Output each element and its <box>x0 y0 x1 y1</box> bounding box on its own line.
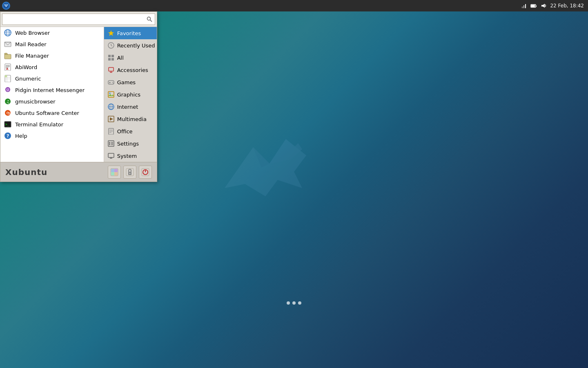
app-item-abiword[interactable]: A AbiWord <box>0 61 104 73</box>
app-name-web-browser: Web Browser <box>15 30 50 36</box>
pidgin-icon <box>4 86 12 94</box>
panel-right: 22 Feb, 18:42 <box>521 2 586 9</box>
menu-content: Web Browser Mail Reader <box>0 27 157 162</box>
app-name-file-manager: File Manager <box>15 53 49 59</box>
category-name-all: All <box>117 55 124 61</box>
xubuntu-logo[interactable] <box>2 1 11 10</box>
svg-rect-73 <box>109 144 110 145</box>
lock-screen-button[interactable] <box>123 166 136 179</box>
category-name-favorites: Favorites <box>117 30 141 36</box>
search-bar <box>0 12 157 27</box>
gmusicbrowser-icon: ♫ <box>4 97 12 105</box>
help-icon: ? <box>4 132 12 140</box>
svg-marker-42 <box>108 30 114 36</box>
gnumeric-icon <box>4 74 12 83</box>
svg-point-10 <box>147 17 151 20</box>
games-icon <box>107 79 115 86</box>
category-item-internet[interactable]: Internet <box>104 101 157 113</box>
svg-point-87 <box>129 173 131 174</box>
category-name-multimedia: Multimedia <box>117 116 147 122</box>
category-name-internet: Internet <box>117 104 138 110</box>
svg-point-59 <box>109 92 111 94</box>
category-item-favorites[interactable]: Favorites <box>104 27 157 39</box>
app-item-file-manager[interactable]: File Manager <box>0 50 104 61</box>
svg-rect-8 <box>531 5 535 7</box>
category-item-settings[interactable]: Settings <box>104 137 157 150</box>
svg-rect-3 <box>522 7 523 8</box>
app-list: Web Browser Mail Reader <box>0 27 104 162</box>
svg-point-57 <box>113 83 114 83</box>
category-name-games: Games <box>117 79 136 85</box>
svg-rect-83 <box>111 172 114 175</box>
desktop: 22 Feb, 18:42 <box>0 0 588 368</box>
ubuntu-software-center-icon: 🛍 <box>4 109 12 117</box>
category-item-recently-used[interactable]: Recently Used <box>104 39 157 52</box>
svg-rect-29 <box>5 75 7 77</box>
app-item-ubuntu-software-center[interactable]: 🛍 Ubuntu Software Center <box>0 107 104 119</box>
mail-reader-icon <box>4 40 12 48</box>
svg-point-32 <box>7 89 7 90</box>
svg-rect-49 <box>111 58 114 61</box>
svg-rect-5 <box>525 4 526 8</box>
battery-icon <box>530 2 537 9</box>
search-input[interactable] <box>2 14 144 25</box>
app-item-pidgin[interactable]: Pidgin Internet Messenger <box>0 84 104 96</box>
svg-text:?: ? <box>7 133 9 139</box>
svg-rect-82 <box>114 169 118 172</box>
app-item-help[interactable]: ? Help <box>0 130 104 141</box>
recently-used-icon <box>107 42 115 49</box>
app-item-mail-reader[interactable]: Mail Reader <box>0 38 104 50</box>
switch-user-button[interactable] <box>108 166 121 179</box>
power-button[interactable] <box>139 166 152 179</box>
app-item-gnumeric[interactable]: Gnumeric <box>0 73 104 84</box>
svg-rect-58 <box>108 92 114 97</box>
panel-left <box>2 1 11 10</box>
category-item-multimedia[interactable]: Multimedia <box>104 113 157 125</box>
app-item-gmusicbrowser[interactable]: ♫ gmusicbrowser <box>0 96 104 107</box>
category-name-settings: Settings <box>117 141 139 147</box>
app-name-pidgin: Pidgin Internet Messenger <box>15 87 85 93</box>
svg-point-33 <box>8 89 9 90</box>
category-name-office: Office <box>117 128 133 135</box>
abiword-icon: A <box>4 63 12 71</box>
svg-marker-65 <box>110 117 113 121</box>
top-panel: 22 Feb, 18:42 <box>0 0 588 11</box>
svg-rect-77 <box>108 153 114 157</box>
svg-text:>_: >_ <box>5 123 9 126</box>
svg-rect-50 <box>109 67 114 71</box>
app-name-terminal-emulator: Terminal Emulator <box>15 121 63 128</box>
svg-rect-46 <box>108 55 111 57</box>
office-icon <box>107 128 115 135</box>
system-icon <box>107 152 115 159</box>
file-manager-icon <box>4 52 12 60</box>
svg-rect-72 <box>109 143 110 144</box>
category-item-games[interactable]: Games <box>104 76 157 88</box>
terminal-emulator-icon: >_ <box>4 120 12 128</box>
app-item-terminal-emulator[interactable]: >_ Terminal Emulator <box>0 119 104 130</box>
app-name-mail-reader: Mail Reader <box>15 41 47 47</box>
accessories-icon <box>107 66 115 74</box>
svg-rect-81 <box>111 169 114 172</box>
category-name-accessories: Accessories <box>117 67 148 73</box>
search-button[interactable] <box>144 14 155 25</box>
svg-rect-19 <box>4 54 11 59</box>
category-item-system[interactable]: System <box>104 150 157 162</box>
all-icon <box>107 54 115 61</box>
svg-rect-47 <box>111 55 114 57</box>
svg-rect-71 <box>109 142 110 143</box>
category-item-graphics[interactable]: Graphics <box>104 88 157 101</box>
svg-text:🛍: 🛍 <box>7 111 11 115</box>
category-item-all[interactable]: All <box>104 52 157 64</box>
category-name-system: System <box>117 153 137 159</box>
svg-rect-7 <box>536 6 537 7</box>
category-name-recently-used: Recently Used <box>117 43 155 49</box>
multimedia-icon <box>107 115 115 123</box>
app-name-abiword: AbiWord <box>15 64 37 70</box>
category-list: Favorites Recently Used <box>104 27 157 162</box>
svg-rect-84 <box>114 172 118 175</box>
category-item-accessories[interactable]: Accessories <box>104 64 157 76</box>
svg-point-2 <box>5 4 7 6</box>
app-menu: Web Browser Mail Reader <box>0 11 157 182</box>
app-item-web-browser[interactable]: Web Browser <box>0 27 104 38</box>
category-item-office[interactable]: Office <box>104 125 157 137</box>
